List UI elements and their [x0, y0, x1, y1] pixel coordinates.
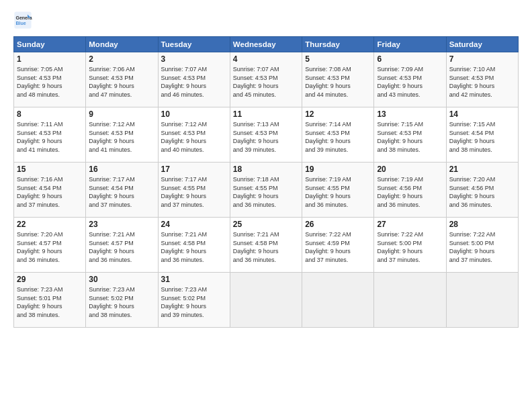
day-info: Sunrise: 7:12 AM Sunset: 4:53 PM Dayligh… — [161, 120, 227, 154]
calendar-cell: 12Sunrise: 7:14 AM Sunset: 4:53 PM Dayli… — [302, 107, 374, 163]
calendar-cell: 24Sunrise: 7:21 AM Sunset: 4:58 PM Dayli… — [158, 218, 230, 273]
svg-text:Blue: Blue — [16, 21, 26, 26]
day-number: 6 — [377, 54, 443, 64]
calendar-cell: 26Sunrise: 7:22 AM Sunset: 4:59 PM Dayli… — [302, 218, 374, 273]
weekday-header-monday: Monday — [86, 37, 158, 52]
day-info: Sunrise: 7:23 AM Sunset: 5:02 PM Dayligh… — [161, 285, 227, 319]
calendar-cell: 14Sunrise: 7:15 AM Sunset: 4:54 PM Dayli… — [446, 107, 518, 163]
calendar-cell: 25Sunrise: 7:21 AM Sunset: 4:58 PM Dayli… — [230, 218, 302, 273]
day-info: Sunrise: 7:23 AM Sunset: 5:02 PM Dayligh… — [89, 285, 154, 319]
calendar-cell: 1Sunrise: 7:05 AM Sunset: 4:53 PM Daylig… — [14, 52, 86, 107]
calendar-cell: 10Sunrise: 7:12 AM Sunset: 4:53 PM Dayli… — [158, 107, 230, 163]
calendar-cell: 9Sunrise: 7:12 AM Sunset: 4:53 PM Daylig… — [86, 107, 158, 163]
day-number: 30 — [89, 275, 154, 284]
calendar-cell — [446, 273, 518, 328]
weekday-header-wednesday: Wednesday — [230, 37, 302, 52]
day-number: 27 — [377, 220, 443, 229]
logo-icon: General Blue — [13, 11, 32, 30]
day-info: Sunrise: 7:22 AM Sunset: 5:00 PM Dayligh… — [377, 230, 443, 264]
calendar-week-3: 15Sunrise: 7:16 AM Sunset: 4:54 PM Dayli… — [14, 163, 519, 218]
day-number: 9 — [89, 109, 154, 119]
weekday-header-friday: Friday — [374, 37, 446, 52]
calendar-cell: 19Sunrise: 7:19 AM Sunset: 4:55 PM Dayli… — [302, 163, 374, 218]
calendar-cell: 27Sunrise: 7:22 AM Sunset: 5:00 PM Dayli… — [374, 218, 446, 273]
weekday-header-row: SundayMondayTuesdayWednesdayThursdayFrid… — [14, 37, 519, 52]
weekday-header-sunday: Sunday — [14, 37, 86, 52]
calendar-cell — [230, 273, 302, 328]
day-info: Sunrise: 7:22 AM Sunset: 4:59 PM Dayligh… — [305, 230, 371, 264]
day-info: Sunrise: 7:08 AM Sunset: 4:53 PM Dayligh… — [305, 65, 371, 99]
calendar-cell: 7Sunrise: 7:10 AM Sunset: 4:53 PM Daylig… — [446, 52, 518, 107]
calendar-cell: 4Sunrise: 7:07 AM Sunset: 4:53 PM Daylig… — [230, 52, 302, 107]
day-info: Sunrise: 7:13 AM Sunset: 4:53 PM Dayligh… — [233, 120, 299, 154]
day-number: 28 — [449, 220, 515, 229]
day-number: 10 — [161, 109, 227, 119]
day-number: 14 — [449, 109, 515, 119]
day-number: 21 — [449, 165, 515, 174]
calendar-cell: 13Sunrise: 7:15 AM Sunset: 4:53 PM Dayli… — [374, 107, 446, 163]
calendar-page: General Blue SundayMondayTuesdayWednesda… — [0, 0, 532, 411]
day-number: 7 — [449, 54, 515, 64]
day-number: 22 — [17, 220, 83, 229]
day-info: Sunrise: 7:17 AM Sunset: 4:55 PM Dayligh… — [161, 175, 227, 209]
calendar-cell: 15Sunrise: 7:16 AM Sunset: 4:54 PM Dayli… — [14, 163, 86, 218]
day-number: 29 — [17, 275, 83, 284]
day-info: Sunrise: 7:07 AM Sunset: 4:53 PM Dayligh… — [233, 65, 299, 99]
day-number: 31 — [161, 275, 227, 284]
day-number: 1 — [17, 54, 83, 64]
calendar-cell: 5Sunrise: 7:08 AM Sunset: 4:53 PM Daylig… — [302, 52, 374, 107]
day-info: Sunrise: 7:10 AM Sunset: 4:53 PM Dayligh… — [449, 65, 515, 99]
day-info: Sunrise: 7:23 AM Sunset: 5:01 PM Dayligh… — [17, 285, 83, 319]
logo: General Blue — [13, 11, 32, 30]
day-info: Sunrise: 7:19 AM Sunset: 4:55 PM Dayligh… — [305, 175, 371, 209]
day-info: Sunrise: 7:22 AM Sunset: 5:00 PM Dayligh… — [449, 230, 515, 264]
day-number: 19 — [305, 165, 371, 174]
day-number: 11 — [233, 109, 299, 119]
calendar-cell: 20Sunrise: 7:19 AM Sunset: 4:56 PM Dayli… — [374, 163, 446, 218]
day-info: Sunrise: 7:21 AM Sunset: 4:57 PM Dayligh… — [89, 230, 154, 264]
calendar-cell — [374, 273, 446, 328]
day-info: Sunrise: 7:15 AM Sunset: 4:53 PM Dayligh… — [377, 120, 443, 154]
calendar-cell: 16Sunrise: 7:17 AM Sunset: 4:54 PM Dayli… — [86, 163, 158, 218]
day-info: Sunrise: 7:14 AM Sunset: 4:53 PM Dayligh… — [305, 120, 371, 154]
calendar-cell: 17Sunrise: 7:17 AM Sunset: 4:55 PM Dayli… — [158, 163, 230, 218]
calendar-table: SundayMondayTuesdayWednesdayThursdayFrid… — [13, 36, 519, 328]
calendar-cell: 11Sunrise: 7:13 AM Sunset: 4:53 PM Dayli… — [230, 107, 302, 163]
day-number: 23 — [89, 220, 154, 229]
day-info: Sunrise: 7:09 AM Sunset: 4:53 PM Dayligh… — [377, 65, 443, 99]
calendar-cell: 23Sunrise: 7:21 AM Sunset: 4:57 PM Dayli… — [86, 218, 158, 273]
day-number: 12 — [305, 109, 371, 119]
day-info: Sunrise: 7:19 AM Sunset: 4:56 PM Dayligh… — [377, 175, 443, 209]
day-info: Sunrise: 7:11 AM Sunset: 4:53 PM Dayligh… — [17, 120, 83, 154]
calendar-cell: 2Sunrise: 7:06 AM Sunset: 4:53 PM Daylig… — [86, 52, 158, 107]
calendar-week-1: 1Sunrise: 7:05 AM Sunset: 4:53 PM Daylig… — [14, 52, 519, 107]
calendar-cell: 3Sunrise: 7:07 AM Sunset: 4:53 PM Daylig… — [158, 52, 230, 107]
day-info: Sunrise: 7:20 AM Sunset: 4:57 PM Dayligh… — [17, 230, 83, 264]
day-number: 20 — [377, 165, 443, 174]
day-info: Sunrise: 7:05 AM Sunset: 4:53 PM Dayligh… — [17, 65, 83, 99]
day-number: 8 — [17, 109, 83, 119]
calendar-cell: 18Sunrise: 7:18 AM Sunset: 4:55 PM Dayli… — [230, 163, 302, 218]
calendar-cell: 22Sunrise: 7:20 AM Sunset: 4:57 PM Dayli… — [14, 218, 86, 273]
day-number: 2 — [89, 54, 154, 64]
header: General Blue — [13, 11, 519, 30]
calendar-week-2: 8Sunrise: 7:11 AM Sunset: 4:53 PM Daylig… — [14, 107, 519, 163]
day-number: 4 — [233, 54, 299, 64]
day-number: 16 — [89, 165, 154, 174]
day-info: Sunrise: 7:16 AM Sunset: 4:54 PM Dayligh… — [17, 175, 83, 209]
calendar-cell: 28Sunrise: 7:22 AM Sunset: 5:00 PM Dayli… — [446, 218, 518, 273]
calendar-cell: 6Sunrise: 7:09 AM Sunset: 4:53 PM Daylig… — [374, 52, 446, 107]
calendar-cell: 8Sunrise: 7:11 AM Sunset: 4:53 PM Daylig… — [14, 107, 86, 163]
calendar-cell: 29Sunrise: 7:23 AM Sunset: 5:01 PM Dayli… — [14, 273, 86, 328]
calendar-cell: 30Sunrise: 7:23 AM Sunset: 5:02 PM Dayli… — [86, 273, 158, 328]
calendar-week-5: 29Sunrise: 7:23 AM Sunset: 5:01 PM Dayli… — [14, 273, 519, 328]
day-info: Sunrise: 7:06 AM Sunset: 4:53 PM Dayligh… — [89, 65, 154, 99]
day-number: 13 — [377, 109, 443, 119]
day-number: 15 — [17, 165, 83, 174]
day-info: Sunrise: 7:21 AM Sunset: 4:58 PM Dayligh… — [161, 230, 227, 264]
day-info: Sunrise: 7:15 AM Sunset: 4:54 PM Dayligh… — [449, 120, 515, 154]
day-number: 26 — [305, 220, 371, 229]
calendar-cell — [302, 273, 374, 328]
calendar-week-4: 22Sunrise: 7:20 AM Sunset: 4:57 PM Dayli… — [14, 218, 519, 273]
day-info: Sunrise: 7:12 AM Sunset: 4:53 PM Dayligh… — [89, 120, 154, 154]
